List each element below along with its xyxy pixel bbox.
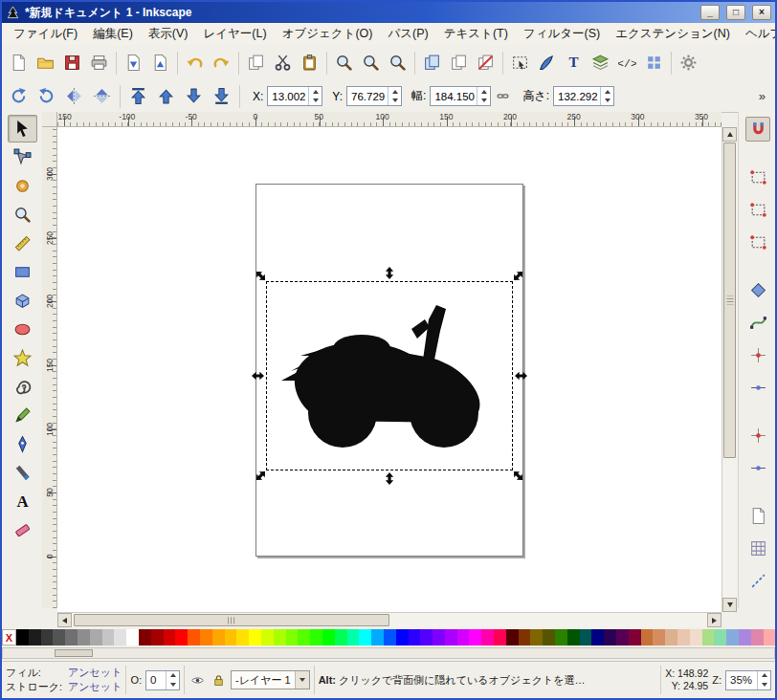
text-dialog-button[interactable]: T — [561, 50, 587, 76]
scroll-down-button[interactable] — [722, 598, 737, 612]
palette-swatch[interactable] — [641, 629, 654, 645]
snap-rotation-center-button[interactable] — [745, 455, 770, 480]
tool-zoom[interactable] — [8, 201, 37, 229]
rotate-ccw-button[interactable] — [6, 83, 32, 109]
selection-handle-e[interactable] — [515, 370, 527, 383]
x-spinner[interactable] — [308, 87, 322, 105]
align-dialog-button[interactable] — [641, 50, 667, 76]
palette-swatch[interactable] — [175, 629, 188, 645]
tool-node-editor[interactable] — [8, 143, 37, 171]
palette-swatch[interactable] — [665, 629, 677, 645]
palette-swatch[interactable] — [714, 629, 726, 645]
palette-swatch[interactable] — [139, 629, 151, 645]
close-button[interactable]: × — [752, 5, 771, 20]
preferences-button[interactable] — [676, 50, 701, 76]
cut-button[interactable] — [270, 50, 296, 76]
palette-swatch[interactable] — [188, 629, 200, 645]
menu-help[interactable]: ヘルプ(H) — [738, 23, 777, 45]
unlink-clone-button[interactable] — [473, 50, 499, 76]
maximize-button[interactable]: □ — [726, 5, 745, 20]
lock-ratio-button[interactable] — [493, 86, 513, 106]
selection-handle-n[interactable] — [384, 267, 396, 279]
layer-visibility-toggle[interactable] — [189, 671, 206, 689]
palette-swatch[interactable] — [65, 629, 78, 645]
zoom-field[interactable]: 35% — [725, 670, 771, 690]
palette-swatch[interactable] — [322, 629, 335, 645]
palette-swatch[interactable] — [53, 629, 65, 645]
palette-swatch[interactable] — [764, 629, 776, 645]
tool-bezier-pen[interactable] — [8, 430, 37, 458]
height-spinner[interactable] — [600, 87, 613, 105]
raise-to-top-button[interactable] — [125, 83, 151, 109]
create-clone-button[interactable] — [446, 50, 472, 76]
tool-tweak[interactable] — [8, 172, 37, 200]
tool-eraser[interactable] — [8, 516, 37, 544]
zoom-selection-button[interactable] — [331, 50, 357, 76]
palette-swatch[interactable] — [739, 629, 751, 645]
palette-swatch[interactable] — [286, 629, 299, 645]
horizontal-ruler[interactable]: -150-100-50050100150200250300350 — [57, 112, 722, 127]
palette-swatch[interactable] — [616, 629, 629, 645]
palette-swatch[interactable] — [225, 629, 237, 645]
palette-swatch[interactable] — [604, 629, 616, 645]
palette-swatch[interactable] — [90, 629, 102, 645]
opacity-spinner[interactable] — [166, 671, 179, 689]
selection-handle-w[interactable] — [252, 370, 264, 383]
palette-swatch[interactable] — [298, 629, 310, 645]
zoom-spinner[interactable] — [757, 671, 770, 689]
palette-swatch[interactable] — [591, 629, 604, 645]
vertical-scrollbar[interactable] — [722, 127, 737, 612]
zoom-drawing-button[interactable] — [358, 50, 384, 76]
palette-swatch[interactable] — [543, 629, 555, 645]
snap-nodes-button[interactable] — [745, 277, 770, 302]
paste-button[interactable] — [297, 50, 322, 76]
menu-view[interactable]: 表示(V) — [141, 23, 196, 45]
snap-grid-button[interactable] — [745, 536, 770, 560]
menu-file[interactable]: ファイル(F) — [6, 23, 85, 45]
scroll-left-button[interactable] — [57, 613, 72, 627]
tool-star[interactable] — [8, 344, 37, 372]
palette-swatch[interactable] — [310, 629, 322, 645]
layer-selector[interactable]: -レイヤー 1 — [231, 670, 310, 689]
tool-text[interactable] — [8, 488, 37, 515]
selection-handle-s[interactable] — [384, 472, 396, 485]
palette-swatch[interactable] — [653, 629, 665, 645]
palette-swatch[interactable] — [114, 629, 126, 645]
snap-midpoints-button[interactable] — [745, 375, 770, 400]
tool-3dbox[interactable] — [8, 287, 37, 315]
palette-swatch[interactable] — [530, 629, 543, 645]
palette-swatch[interactable] — [249, 629, 261, 645]
width-field[interactable]: 184.150 — [430, 86, 491, 106]
palette-swatch[interactable] — [347, 629, 360, 645]
snap-object-centers-button[interactable] — [745, 423, 770, 448]
toolbar-overflow-chevron[interactable]: » — [753, 89, 771, 103]
horizontal-scrollbar[interactable] — [57, 612, 722, 627]
chevron-down-icon[interactable] — [295, 671, 309, 689]
palette-swatch[interactable] — [335, 629, 347, 645]
palette-swatch[interactable] — [396, 629, 409, 645]
lower-to-bottom-button[interactable] — [209, 83, 234, 109]
fill-stroke-dialog-button[interactable] — [534, 50, 560, 76]
palette-swatch[interactable] — [29, 629, 41, 645]
menu-path[interactable]: パス(P) — [380, 23, 435, 45]
undo-button[interactable] — [182, 50, 208, 76]
menu-edit[interactable]: 編集(E) — [85, 23, 141, 45]
snap-bbox-edges-button[interactable] — [745, 197, 770, 222]
tool-calligraphy[interactable] — [8, 459, 37, 487]
scroll-up-button[interactable] — [722, 127, 737, 142]
palette-swatch[interactable] — [420, 629, 433, 645]
palette-swatch[interactable] — [506, 629, 519, 645]
snap-bbox-button[interactable] — [745, 164, 770, 189]
palette-swatch[interactable] — [274, 629, 286, 645]
xml-editor-button[interactable] — [614, 50, 640, 76]
palette-swatch[interactable] — [469, 629, 481, 645]
palette-swatch[interactable] — [261, 629, 274, 645]
raise-button[interactable] — [153, 83, 179, 109]
minimize-button[interactable]: _ — [700, 5, 720, 20]
selection-dialog-button[interactable] — [507, 50, 533, 76]
menu-layer[interactable]: レイヤー(L) — [195, 23, 274, 45]
tool-spiral[interactable] — [8, 373, 37, 401]
tool-pencil[interactable] — [8, 402, 37, 429]
lower-button[interactable] — [181, 83, 207, 109]
palette-swatch[interactable] — [212, 629, 225, 645]
